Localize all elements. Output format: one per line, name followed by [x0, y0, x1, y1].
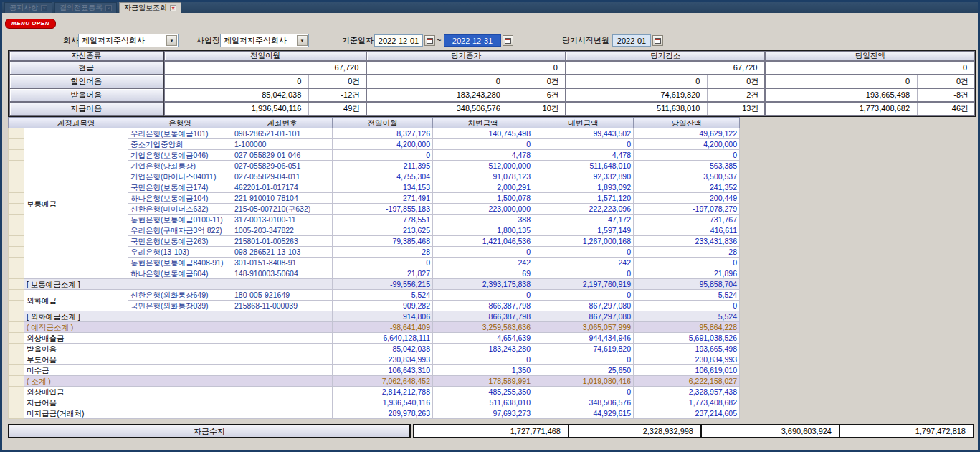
row-grip[interactable] [9, 258, 16, 268]
row-grip[interactable] [9, 193, 16, 204]
calendar-button[interactable] [424, 35, 435, 46]
summary-col-header[interactable]: 당기증가 [366, 51, 566, 61]
row-grip[interactable] [9, 247, 16, 258]
row-grip[interactable] [9, 161, 16, 171]
summary-col-header[interactable]: 당기감소 [566, 51, 766, 61]
summary-row[interactable]: 현금67,720067,7200 [9, 61, 975, 75]
row-grip[interactable] [9, 387, 16, 397]
row-grip[interactable] [16, 161, 24, 171]
row-grip[interactable] [9, 344, 16, 354]
row-grip[interactable] [16, 258, 24, 268]
dropdown-arrow-icon[interactable]: ▼ [166, 35, 177, 46]
row-grip[interactable] [9, 215, 16, 225]
row-grip[interactable] [16, 139, 24, 150]
row-grip[interactable] [16, 128, 24, 139]
row-grip[interactable] [16, 171, 24, 182]
row-grip[interactable] [16, 333, 24, 344]
period-start-input[interactable]: 2022-01 [612, 34, 651, 47]
asset-type-cell[interactable]: 할인어음 [9, 75, 164, 88]
row-grip[interactable] [16, 344, 24, 354]
table-row[interactable]: [ 외화예금소계 ]914,806866,387,798867,297,0805… [9, 311, 740, 322]
row-grip[interactable] [9, 311, 16, 322]
tab-voucher-entry[interactable]: 결의전표등록 × [54, 2, 117, 13]
row-grip[interactable] [9, 150, 16, 161]
table-row[interactable]: 미수금106,643,3101,35025,650106,619,010 [9, 365, 740, 376]
row-grip[interactable] [16, 279, 24, 290]
row-grip[interactable] [16, 215, 24, 225]
main-col-header[interactable]: 차변금액 [433, 118, 533, 128]
menu-open-button[interactable]: MENU OPEN [5, 19, 56, 29]
date-to-input[interactable]: 2022-12-31 [444, 34, 501, 47]
tab-close-icon[interactable]: × [105, 5, 112, 11]
row-grip[interactable] [9, 354, 16, 365]
calendar-button[interactable] [652, 35, 663, 46]
row-grip[interactable] [9, 408, 16, 419]
asset-type-cell[interactable]: 현금 [9, 61, 164, 75]
calendar-button[interactable] [503, 35, 513, 46]
row-grip[interactable] [16, 268, 24, 279]
main-col-header[interactable]: 계정과목명 [24, 118, 128, 128]
asset-type-cell[interactable]: 지급어음 [9, 102, 164, 116]
date-from-input[interactable]: 2022-12-01 [374, 34, 423, 47]
table-row[interactable]: [ 보통예금소계 ]-99,556,2152,393,175,8382,197,… [9, 279, 740, 290]
row-grip[interactable] [16, 150, 24, 161]
row-grip[interactable] [9, 225, 16, 236]
table-row[interactable]: 외상매출금6,640,128,111-4,654,639944,434,9465… [9, 333, 740, 344]
row-grip[interactable] [9, 322, 16, 333]
row-grip[interactable] [16, 290, 24, 301]
row-grip[interactable] [16, 408, 24, 419]
row-grip[interactable] [16, 247, 24, 258]
main-col-header[interactable]: 대변금액 [533, 118, 634, 128]
main-col-header[interactable]: 계좌번호 [232, 118, 333, 128]
summary-col-header[interactable]: 자산종류 [9, 51, 164, 61]
main-col-header[interactable]: 전일이월 [333, 118, 433, 128]
row-grip[interactable] [9, 268, 16, 279]
row-grip[interactable] [9, 333, 16, 344]
asset-type-cell[interactable]: 받을어음 [9, 88, 164, 102]
row-grip[interactable] [9, 279, 16, 290]
summary-col-header[interactable]: 전일이월 [164, 51, 367, 61]
row-grip[interactable] [16, 182, 24, 193]
row-grip[interactable] [9, 128, 16, 139]
summary-col-header[interactable]: 당일잔액 [765, 51, 975, 61]
row-grip[interactable] [16, 376, 24, 387]
dropdown-arrow-icon[interactable]: ▼ [297, 35, 308, 46]
table-row[interactable]: 보통예금우리은행(보통예금101)098-286521-01-1018,327,… [9, 128, 740, 139]
row-grip[interactable] [16, 387, 24, 397]
row-grip[interactable] [9, 139, 16, 150]
tab-notice[interactable]: 공지사항 × [4, 2, 52, 13]
table-row[interactable]: 외화예금신한은행(외화통장649)180-005-9216495,524005,… [9, 290, 740, 301]
table-row[interactable]: 미지급금(거래처)289,978,26397,693,27344,929,615… [9, 408, 740, 419]
row-grip[interactable] [16, 225, 24, 236]
main-col-header[interactable]: 당일잔액 [634, 118, 740, 128]
row-grip[interactable] [16, 322, 24, 333]
row-grip[interactable] [9, 301, 16, 311]
row-grip[interactable] [9, 365, 16, 376]
row-grip[interactable] [16, 311, 24, 322]
row-grip[interactable] [16, 204, 24, 215]
row-grip[interactable] [9, 204, 16, 215]
summary-row[interactable]: 지급어음1,936,540,11649건348,506,57610건511,63… [9, 102, 975, 116]
summary-row[interactable]: 받을어음85,042,038-12건183,243,2806건74,619,82… [9, 88, 975, 102]
row-grip[interactable] [9, 236, 16, 247]
table-row[interactable]: 외상매입금2,814,212,788485,255,35002,328,957,… [9, 387, 740, 397]
main-col-header[interactable]: 은행명 [128, 118, 232, 128]
site-select[interactable]: 제일저지주식회사 ▼ [220, 34, 309, 47]
tab-close-icon[interactable]: × [170, 5, 176, 11]
table-row[interactable]: 지급어음1,936,540,116511,638,010348,506,5761… [9, 397, 740, 408]
company-select[interactable]: 제일저지주식회사 ▼ [78, 34, 179, 47]
row-grip[interactable] [16, 301, 24, 311]
row-grip[interactable] [9, 182, 16, 193]
row-grip[interactable] [16, 397, 24, 408]
row-grip[interactable] [16, 354, 24, 365]
row-grip[interactable] [9, 376, 16, 387]
table-row[interactable]: 받을어음85,042,038183,243,28074,619,820193,6… [9, 344, 740, 354]
tab-close-icon[interactable]: × [41, 5, 47, 11]
row-grip[interactable] [9, 171, 16, 182]
row-grip[interactable] [9, 290, 16, 301]
table-row[interactable]: 부도어음230,834,99300230,834,993 [9, 354, 740, 365]
row-grip[interactable] [16, 236, 24, 247]
row-grip[interactable] [16, 193, 24, 204]
row-grip[interactable] [16, 365, 24, 376]
summary-row[interactable]: 할인어음00건00건00건00건 [9, 75, 975, 88]
